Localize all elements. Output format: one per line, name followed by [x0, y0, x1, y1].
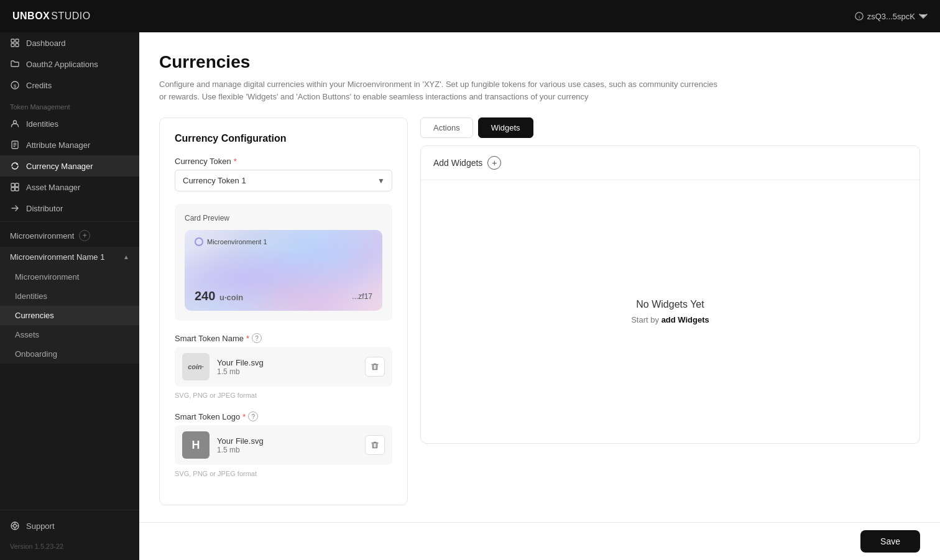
- arrow-right-icon: [10, 203, 20, 213]
- sidebar: Dashboard Oauth2 Applications $ Credits …: [0, 32, 139, 560]
- token-logo-delete-button[interactable]: [365, 435, 385, 455]
- card-bottom: 240 u·coin ...zf17: [195, 289, 372, 303]
- me-sub-onboarding[interactable]: Onboarding: [0, 344, 139, 364]
- sidebar-item-label: Asset Manager: [26, 183, 80, 192]
- svg-text:i: i: [859, 14, 860, 20]
- smart-token-name-label: Smart Token Name * ?: [175, 333, 392, 343]
- chevron-up-icon: ▲: [123, 254, 129, 260]
- me-label: Microenvironment: [10, 231, 74, 241]
- me-sub-microenvironment[interactable]: Microenvironment: [0, 267, 139, 287]
- user-icon: [10, 119, 20, 129]
- sidebar-item-currency-manager[interactable]: Currency Manager: [0, 155, 139, 177]
- sidebar-item-oauth2[interactable]: Oauth2 Applications: [0, 53, 139, 75]
- tab-widgets[interactable]: Widgets: [478, 117, 533, 138]
- sidebar-item-support[interactable]: Support: [0, 515, 139, 536]
- smart-token-name-help-icon[interactable]: ?: [252, 333, 262, 343]
- token-name-hint: SVG, PNG or JPEG format: [175, 392, 392, 399]
- right-panel: Actions Widgets Add Widgets + No Widgets…: [420, 117, 920, 444]
- token-logo-filename: Your File.svg: [217, 436, 357, 446]
- sidebar-item-identities[interactable]: Identities: [0, 113, 139, 134]
- me-section-name: Microenvironment Name 1: [10, 252, 104, 262]
- card-coin: u·coin: [219, 293, 243, 302]
- save-button[interactable]: Save: [860, 530, 920, 553]
- sidebar-item-label: Credits: [26, 81, 52, 90]
- token-logo-hint: SVG, PNG or JPEG format: [175, 470, 392, 477]
- token-logo-size: 1.5 mb: [217, 446, 357, 454]
- sidebar-item-asset-manager[interactable]: Asset Manager: [0, 177, 139, 198]
- smart-token-logo-label: Smart Token Logo * ?: [175, 411, 392, 421]
- page-description: Configure and manage digital currencies …: [159, 78, 719, 103]
- add-widgets-link[interactable]: add Widgets: [661, 315, 709, 324]
- user-menu[interactable]: i zsQ3...5spcK: [855, 12, 928, 21]
- svg-point-18: [14, 525, 17, 528]
- svg-rect-16: [16, 188, 19, 191]
- two-col-layout: Currency Configuration Currency Token* C…: [159, 117, 920, 505]
- bottom-bar: Save: [139, 522, 940, 560]
- token-name-filename: Your File.svg: [217, 358, 357, 367]
- smart-token-name-field: Smart Token Name * ? coin· Your File.svg…: [175, 333, 392, 399]
- refresh-icon: [10, 161, 20, 171]
- tab-actions[interactable]: Actions: [420, 117, 473, 138]
- add-widgets-label: Add Widgets: [433, 158, 482, 168]
- svg-rect-14: [16, 183, 19, 187]
- token-name-size: 1.5 mb: [217, 367, 357, 376]
- sidebar-item-attribute-manager[interactable]: Attribute Manager: [0, 134, 139, 155]
- card-preview-section: Card Preview Microenvironment 1 240 u·co…: [175, 204, 392, 321]
- svg-rect-3: [16, 39, 19, 42]
- currency-config-panel: Currency Configuration Currency Token* C…: [159, 117, 408, 505]
- sidebar-item-dashboard[interactable]: Dashboard: [0, 32, 139, 53]
- currency-token-select[interactable]: Currency Token 1: [175, 170, 392, 191]
- panel-title: Currency Configuration: [175, 133, 392, 144]
- smart-token-logo-field: Smart Token Logo * ? H Your File.svg 1.5…: [175, 411, 392, 477]
- sidebar-bottom: Support Version 1.5.23-22: [0, 510, 139, 560]
- me-sub-identities[interactable]: Identities: [0, 287, 139, 306]
- token-name-delete-button[interactable]: [365, 357, 385, 377]
- add-widgets-button[interactable]: +: [487, 156, 501, 170]
- sidebar-item-distributor[interactable]: Distributor: [0, 198, 139, 219]
- page-title: Currencies: [159, 52, 920, 72]
- add-microenvironment-icon[interactable]: +: [79, 230, 90, 241]
- me-section: Microenvironment Name 1 ▲ Microenvironme…: [0, 247, 139, 364]
- token-management-label: Token Management: [0, 96, 139, 113]
- token-logo-thumb: H: [182, 431, 210, 459]
- main-inner: Currencies Configure and manage digital …: [139, 32, 940, 560]
- currency-token-select-wrapper: Currency Token 1 ▼: [175, 170, 392, 191]
- smart-token-logo-help-icon[interactable]: ?: [248, 411, 258, 421]
- file-icon: [10, 140, 20, 150]
- microenvironment-header[interactable]: Microenvironment +: [0, 224, 139, 247]
- sidebar-item-label: Currency Manager: [26, 162, 93, 171]
- smart-token-name-upload: coin· Your File.svg 1.5 mb: [175, 347, 392, 387]
- grid-icon: [10, 38, 20, 48]
- app-logo: UNBOXSTUDIO: [12, 11, 91, 22]
- credits-icon: $: [10, 80, 20, 90]
- card-preview-label: Card Preview: [185, 214, 382, 223]
- widgets-empty-title: No Widgets Yet: [636, 299, 704, 310]
- svg-rect-2: [11, 39, 14, 42]
- svg-rect-13: [11, 183, 15, 187]
- token-name-thumb: coin·: [182, 353, 210, 380]
- smart-token-logo-upload: H Your File.svg 1.5 mb: [175, 425, 392, 465]
- username-label: zsQ3...5spcK: [867, 12, 915, 21]
- widgets-empty-subtitle: Start by add Widgets: [631, 315, 709, 324]
- sidebar-item-credits[interactable]: $ Credits: [0, 75, 139, 96]
- widgets-empty-state: No Widgets Yet Start by add Widgets: [421, 180, 919, 443]
- main-layout: Dashboard Oauth2 Applications $ Credits …: [0, 32, 940, 560]
- sidebar-item-label: Attribute Manager: [26, 140, 90, 150]
- card-visual: Microenvironment 1 240 u·coin ...zf17: [185, 230, 382, 311]
- svg-text:$: $: [14, 83, 17, 89]
- upload-info: Your File.svg 1.5 mb: [217, 358, 357, 376]
- card-me-name: Microenvironment 1: [207, 238, 267, 246]
- sidebar-item-label: Oauth2 Applications: [26, 60, 98, 69]
- grid2-icon: [10, 182, 20, 192]
- widgets-panel: Add Widgets + No Widgets Yet Start by ad…: [420, 145, 920, 444]
- card-top: Microenvironment 1: [195, 237, 372, 246]
- card-dot: [195, 237, 203, 246]
- card-amount: 240 u·coin: [195, 289, 244, 303]
- me-sub-currencies[interactable]: Currencies: [0, 306, 139, 325]
- me-section-header[interactable]: Microenvironment Name 1 ▲: [0, 247, 139, 267]
- currency-token-label: Currency Token*: [175, 157, 392, 166]
- me-sub-assets[interactable]: Assets: [0, 325, 139, 344]
- upload-info: Your File.svg 1.5 mb: [217, 436, 357, 454]
- svg-point-8: [14, 121, 17, 124]
- sidebar-item-label: Identities: [26, 119, 58, 129]
